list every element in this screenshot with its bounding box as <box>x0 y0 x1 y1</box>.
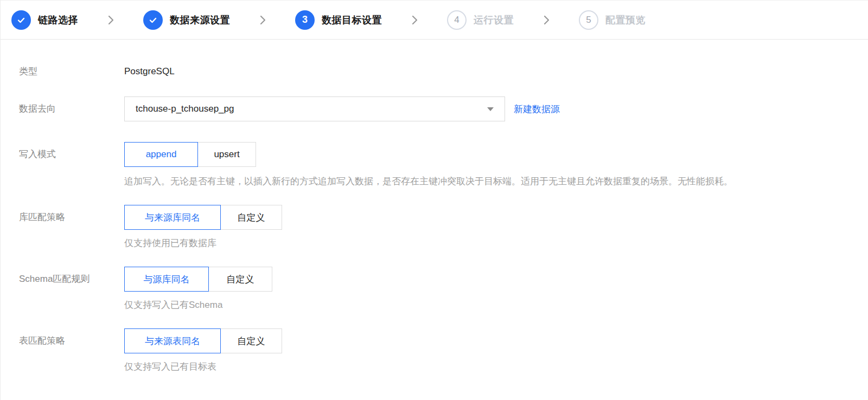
db-match-option-custom[interactable]: 自定义 <box>220 205 282 230</box>
step-2-data-source-settings[interactable]: 数据来源设置 <box>143 10 230 30</box>
table-match-label: 表匹配策略 <box>19 328 124 353</box>
table-match-option-custom[interactable]: 自定义 <box>220 328 282 353</box>
schema-match-option-custom[interactable]: 自定义 <box>208 267 272 292</box>
form-row-write-mode: 写入模式 append upsert 追加写入。无论是否有主键，以插入新行的方式… <box>19 142 868 188</box>
step-5-config-preview: 5 配置预览 <box>579 10 646 30</box>
type-value: PostgreSQL <box>124 66 175 78</box>
step-1-check-icon <box>11 10 31 30</box>
create-data-source-link[interactable]: 新建数据源 <box>514 103 560 115</box>
table-match-segmented-control: 与来源表同名 自定义 <box>124 328 282 353</box>
schema-match-label: Schema匹配规则 <box>19 267 124 292</box>
db-match-option-same-as-source[interactable]: 与来源库同名 <box>124 205 221 230</box>
db-match-segmented-control: 与来源库同名 自定义 <box>124 205 282 230</box>
write-mode-description: 追加写入。无论是否有主键，以插入新行的方式追加写入数据，是否存在主键冲突取决于目… <box>124 176 733 188</box>
write-mode-segmented-control: append upsert <box>124 142 733 167</box>
form-row-db-match-strategy: 库匹配策略 与来源库同名 自定义 仅支持使用已有数据库 <box>19 205 868 249</box>
data-target-label: 数据去向 <box>19 96 124 121</box>
step-3-label: 数据目标设置 <box>322 14 382 27</box>
db-match-label: 库匹配策略 <box>19 205 124 230</box>
step-3-number-badge: 3 <box>295 10 315 30</box>
step-4-run-settings: 4 运行设置 <box>447 10 514 30</box>
table-match-option-same-as-source[interactable]: 与来源表同名 <box>124 328 221 353</box>
data-source-select[interactable]: tchouse-p_tchousep_pg <box>124 96 505 121</box>
write-mode-option-append[interactable]: append <box>124 142 198 167</box>
wizard-page: 链路选择 数据来源设置 3 数据目标设置 4 运行设置 <box>0 0 868 400</box>
step-5-label: 配置预览 <box>605 14 646 27</box>
form-row-schema-match-rule: Schema匹配规则 与源库同名 自定义 仅支持写入已有Schema <box>19 267 868 311</box>
dropdown-caret-icon <box>487 107 494 111</box>
chevron-right-icon <box>258 14 267 26</box>
write-mode-label: 写入模式 <box>19 142 124 167</box>
form-row-data-target: 数据去向 tchouse-p_tchousep_pg 新建数据源 <box>19 96 868 121</box>
chevron-right-icon <box>410 14 419 26</box>
db-match-hint: 仅支持使用已有数据库 <box>124 237 282 249</box>
form-row-type: 类型 PostgreSQL <box>19 66 868 78</box>
type-label: 类型 <box>19 66 124 78</box>
step-1-label: 链路选择 <box>38 14 78 27</box>
chevron-right-icon <box>106 14 115 26</box>
step-5-number-badge: 5 <box>579 10 598 30</box>
step-4-number-badge: 4 <box>447 10 467 30</box>
step-1-link-selection[interactable]: 链路选择 <box>11 10 78 30</box>
wizard-step-bar: 链路选择 数据来源设置 3 数据目标设置 4 运行设置 <box>1 0 868 40</box>
form-row-table-match-strategy: 表匹配策略 与来源表同名 自定义 仅支持写入已有目标表 <box>19 328 868 373</box>
step-3-data-target-settings: 3 数据目标设置 <box>295 10 382 30</box>
schema-match-hint: 仅支持写入已有Schema <box>124 299 272 311</box>
target-settings-form: 类型 PostgreSQL 数据去向 tchouse-p_tchousep_pg… <box>1 40 868 395</box>
step-2-check-icon <box>143 10 163 30</box>
data-source-selected-value: tchouse-p_tchousep_pg <box>136 104 234 114</box>
schema-match-option-same-as-source[interactable]: 与源库同名 <box>124 267 209 292</box>
chevron-right-icon <box>542 14 551 26</box>
step-2-label: 数据来源设置 <box>170 14 230 27</box>
step-4-label: 运行设置 <box>474 14 514 27</box>
table-match-hint: 仅支持写入已有目标表 <box>124 361 282 373</box>
schema-match-segmented-control: 与源库同名 自定义 <box>124 267 272 292</box>
write-mode-option-upsert[interactable]: upsert <box>197 142 256 167</box>
